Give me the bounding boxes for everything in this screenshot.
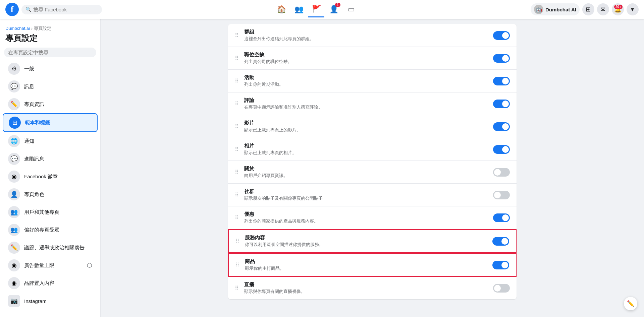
nav-pages-btn[interactable]: 🚩 (308, 1, 324, 17)
sidebar-item-preferred-audience[interactable]: 👥 偏好的專頁受眾 (3, 221, 98, 239)
fb-logo[interactable]: f (5, 3, 19, 16)
settings-groups-text: 群組 這裡會列出你連結到此專頁的群組。 (244, 29, 489, 42)
toggle-merchandise[interactable] (492, 261, 509, 269)
drag-handle-videos[interactable]: ⠿ (235, 123, 239, 130)
settings-groups: ⠿ 群組 這裡會列出你連結到此專頁的群組。 (228, 24, 517, 47)
main-layout: Dumbchat.ai › 專頁設定 專頁設定 ⚙ 一般 💬 訊息 ✏️ 專頁資… (0, 19, 644, 317)
breadcrumb: Dumbchat.ai › 專頁設定 (0, 23, 100, 32)
sidebar-item-fb-badge[interactable]: ◉ Facebook 徽章 (3, 168, 98, 185)
toggle-photos[interactable] (493, 145, 510, 154)
drag-handle-live[interactable]: ⠿ (235, 285, 239, 291)
nav-grid-btn[interactable]: ⊞ (582, 3, 594, 15)
sidebar-item-page-info[interactable]: ✏️ 專頁資訊 (3, 96, 98, 113)
toggle-services-content[interactable] (492, 237, 509, 246)
nav-account-btn[interactable]: ▾ (627, 3, 639, 15)
settings-services-content-text: 服務內容 你可以利用這個空間描述你提供的服務。 (245, 235, 488, 248)
notifications-icon: 🌐 (8, 135, 20, 147)
sidebar-item-issues-ads[interactable]: ✏️ 議題、選舉或政治相關廣告 (3, 239, 98, 256)
settings-services-content-title: 服務內容 (245, 235, 488, 241)
toggle-community[interactable] (493, 191, 510, 199)
nav-home-btn[interactable]: 🏠 (273, 1, 289, 17)
groups-badge: 1 (335, 3, 340, 7)
sidebar-item-branded-content[interactable]: ◉ 品牌置入內容 (3, 274, 98, 292)
settings-reviews-title: 評論 (244, 97, 489, 104)
settings-jobs: ⠿ 職位空缺 列出貴公司的職位空缺。 (228, 47, 517, 70)
toggle-jobs[interactable] (493, 54, 510, 63)
sidebar-label-templates: 範本和標籤 (25, 120, 50, 126)
page-title: 專頁設定 (0, 32, 100, 48)
toggle-reviews[interactable] (493, 100, 510, 108)
avatar: 🤖 (534, 5, 543, 14)
page-info-icon: ✏️ (8, 98, 20, 110)
sidebar-label-branded-content: 品牌置入內容 (24, 280, 54, 287)
settings-community: ⠿ 社群 顯示朋友的貼子及有關你專頁的公開貼子 (228, 184, 517, 206)
drag-handle-reviews[interactable]: ⠿ (235, 101, 239, 107)
drag-handle-about[interactable]: ⠿ (235, 169, 239, 175)
drag-handle-activities[interactable]: ⠿ (235, 78, 239, 84)
sidebar-search-input[interactable] (8, 50, 92, 55)
drag-handle-offers[interactable]: ⠿ (235, 214, 239, 221)
settings-live-title: 直播 (244, 281, 489, 288)
nav-notifications-btn[interactable]: 🔔 20+ (612, 3, 624, 15)
ad-volume-external-icon: ⬡ (87, 262, 92, 269)
search-input[interactable] (33, 7, 98, 12)
messages-icon: 💬 (8, 80, 20, 92)
sidebar-item-advanced-messaging[interactable]: 💬 進階訊息 (3, 150, 98, 168)
sidebar-label-page-info: 專頁資訊 (24, 101, 44, 108)
settings-merchandise-title: 商品 (245, 258, 488, 265)
sidebar-label-messages: 訊息 (24, 83, 34, 90)
toggle-live-slider (493, 284, 510, 293)
settings-reviews: ⠿ 評論 在專頁中顯示評論和准許別人撰寫評論。 (228, 92, 517, 115)
sidebar-item-templates[interactable]: ⊞ 範本和標籤 (3, 113, 98, 132)
toggle-videos[interactable] (493, 122, 510, 131)
nav-user-profile[interactable]: 🤖 Dumbchat AI (531, 3, 580, 15)
toggle-about[interactable] (493, 168, 510, 177)
settings-activities-title: 活動 (244, 74, 489, 81)
settings-groups-title: 群組 (244, 29, 489, 35)
breadcrumb-parent[interactable]: Dumbchat.ai (5, 26, 30, 31)
drag-handle-community[interactable]: ⠿ (235, 192, 239, 198)
nav-messenger-btn[interactable]: ✉ (597, 3, 609, 15)
drag-handle-services-content[interactable]: ⠿ (235, 238, 239, 244)
nav-watch-btn[interactable]: ▭ (343, 1, 359, 17)
toggle-groups[interactable] (493, 31, 510, 40)
nav-friends-btn[interactable]: 👥 (291, 1, 307, 17)
sidebar-label-issues-ads: 議題、選舉或政治相關廣告 (24, 245, 85, 251)
sidebar-item-ad-volume[interactable]: ◉ 廣告數量上限 ⬡ (3, 257, 98, 274)
preferred-audience-icon: 👥 (8, 224, 20, 236)
toggle-jobs-slider (493, 54, 510, 63)
settings-reviews-desc: 在專頁中顯示評論和准許別人撰寫評論。 (244, 104, 489, 110)
settings-live-text: 直播 顯示與你專頁有關的直播視像。 (244, 281, 489, 295)
drag-handle-photos[interactable]: ⠿ (235, 146, 239, 152)
breadcrumb-current: 專頁設定 (34, 26, 51, 31)
settings-reviews-text: 評論 在專頁中顯示評論和准許別人撰寫評論。 (244, 97, 489, 110)
toggle-about-slider (493, 168, 510, 177)
page-role-icon: 👤 (8, 188, 20, 200)
toggle-live[interactable] (493, 284, 510, 293)
drag-handle-merchandise[interactable]: ⠿ (235, 262, 239, 268)
toggle-offers[interactable] (493, 213, 510, 222)
nav-search-bar[interactable]: 🔍 (21, 5, 102, 14)
drag-handle-groups[interactable]: ⠿ (235, 32, 239, 39)
sidebar-label-page-role: 專頁角色 (24, 191, 44, 198)
settings-live-desc: 顯示與你專頁有關的直播視像。 (244, 289, 489, 295)
topnav: f 🔍 🏠 👥 🚩 👤 1 ▭ 🤖 Dumbchat AI ⊞ ✉ 🔔 20+ … (0, 0, 644, 19)
sidebar-item-people-pages[interactable]: 👥 用戶和其他專頁 (3, 203, 98, 221)
sidebar-item-notifications[interactable]: 🌐 通知 (3, 132, 98, 150)
settings-activities: ⠿ 活動 列出你的近期活動。 (228, 70, 517, 92)
sidebar-label-general: 一般 (24, 66, 34, 72)
sidebar-item-messages[interactable]: 💬 訊息 (3, 78, 98, 95)
people-pages-icon: 👥 (8, 206, 20, 218)
sidebar-item-general[interactable]: ⚙ 一般 (3, 60, 98, 77)
toggle-groups-slider (493, 31, 510, 40)
nav-groups-btn[interactable]: 👤 1 (326, 1, 342, 17)
toggle-activities[interactable] (493, 77, 510, 85)
drag-handle-jobs[interactable]: ⠿ (235, 55, 239, 61)
sidebar-label-ad-volume: 廣告數量上限 (24, 262, 54, 269)
sidebar-search-bar[interactable] (4, 48, 96, 57)
edit-fab[interactable]: ✏️ (624, 297, 637, 310)
toggle-photos-slider (493, 145, 510, 154)
settings-about: ⠿ 關於 向用戶介紹專頁資訊。 (228, 161, 517, 184)
sidebar-item-instagram[interactable]: 📷 Instagram (3, 292, 98, 310)
sidebar-item-page-role[interactable]: 👤 專頁角色 (3, 186, 98, 203)
